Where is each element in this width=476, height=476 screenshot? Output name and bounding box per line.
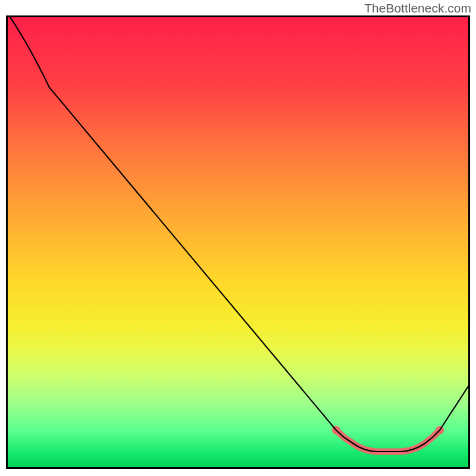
plot-area <box>6 15 470 469</box>
bottleneck-curve <box>8 17 468 452</box>
watermark-text: TheBottleneck.com <box>364 1 471 15</box>
curve-layer <box>8 17 468 467</box>
highlight-segment <box>332 426 444 452</box>
chart-container: TheBottleneck.com <box>0 0 476 476</box>
